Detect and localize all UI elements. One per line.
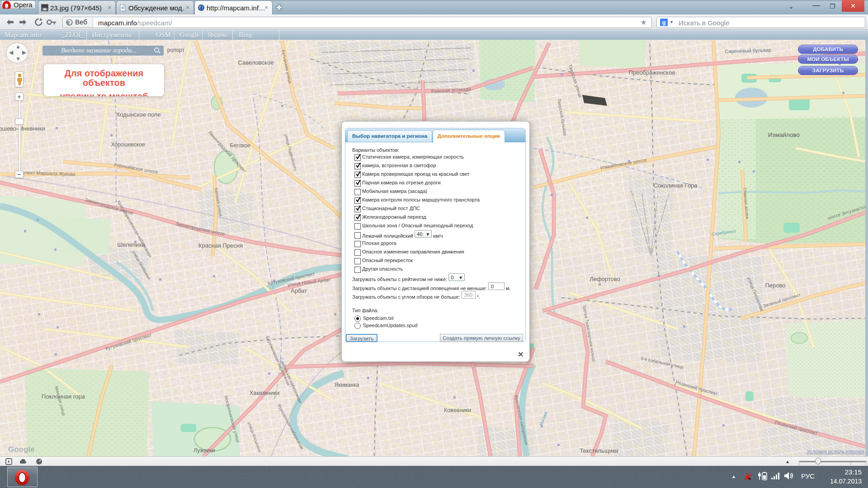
- svg-text:Хамовники: Хамовники: [250, 389, 279, 396]
- svg-text:Соколиная Гора: Соколиная Гора: [653, 182, 698, 189]
- svg-text:Арбат: Арбат: [291, 287, 307, 294]
- svg-text:Перово: Перово: [765, 282, 785, 289]
- svg-text:Google: Google: [8, 445, 35, 454]
- svg-text:Беговое: Беговое: [230, 142, 250, 149]
- svg-text:Условия использования: Условия использования: [807, 449, 864, 454]
- svg-text:ропорт: ропорт: [167, 47, 185, 53]
- svg-text:Измайлово: Измайлово: [768, 131, 800, 138]
- svg-text:Хорошевское: Хорошевское: [111, 141, 145, 148]
- svg-text:Красная Пресня: Красная Пресня: [198, 242, 243, 249]
- svg-text:Лефортово: Лефортово: [590, 276, 620, 282]
- svg-text:рошево-Мневники: рошево-Мневники: [0, 125, 45, 132]
- svg-text:Преображенское: Преображенское: [629, 69, 675, 76]
- svg-text:Текстильщики: Текстильщики: [580, 447, 618, 454]
- svg-text:Кожевники: Кожевники: [444, 407, 471, 413]
- svg-text:Якиманка: Якиманка: [335, 382, 359, 388]
- svg-text:Савеловское: Савеловское: [238, 59, 274, 66]
- svg-text:Поклонная гора: Поклонная гора: [42, 393, 85, 400]
- svg-text:Ходынское поле: Ходынское поле: [116, 111, 161, 118]
- svg-text:Лужники: Лужники: [193, 447, 215, 454]
